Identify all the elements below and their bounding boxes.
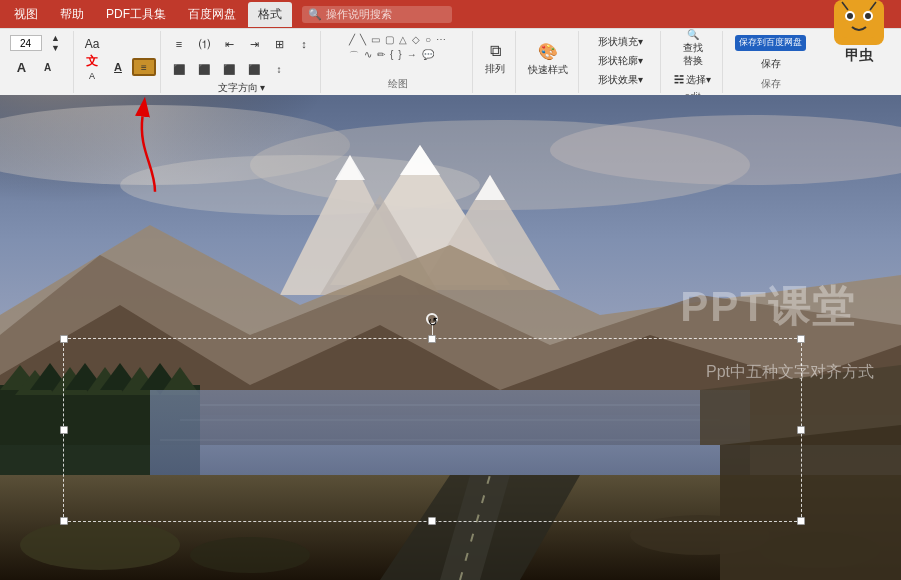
paragraph-align-btn[interactable]: ≡ <box>132 58 156 76</box>
font-decrease-btn[interactable]: ▼ <box>44 43 68 53</box>
svg-point-43 <box>190 537 310 573</box>
svg-rect-0 <box>839 8 879 38</box>
align-left-btn[interactable]: ⬛ <box>167 58 191 80</box>
align-right-btn[interactable]: ⬛ <box>217 58 241 80</box>
tab-format[interactable]: 格式 <box>248 2 292 27</box>
font-size-small-btn[interactable]: A <box>36 56 60 78</box>
watermark-text: PPT课堂 <box>680 279 856 335</box>
line-shape-btn[interactable]: ╱ <box>347 33 357 46</box>
more-shapes-btn[interactable]: ⋯ <box>434 33 448 46</box>
save-group-label: 保存 <box>761 75 781 91</box>
arrange-btn[interactable]: ⧉ 排列 <box>479 33 511 85</box>
oval-btn[interactable]: ○ <box>423 33 433 46</box>
align-center-btn[interactable]: ⬛ <box>192 58 216 80</box>
svg-point-4 <box>865 13 871 19</box>
shape-fill-btn[interactable]: 形状填充▾ <box>594 33 647 51</box>
triangle-btn[interactable]: △ <box>397 33 409 46</box>
tab-baidu[interactable]: 百度网盘 <box>178 2 246 27</box>
font-increase-btn[interactable]: ▲ <box>44 33 68 43</box>
shape-outline-btn[interactable]: 形状轮廓▾ <box>594 52 647 70</box>
rect-shape-btn[interactable]: ▭ <box>369 33 382 46</box>
align-justify-btn[interactable]: ⬛ <box>242 58 266 80</box>
font-format-btn[interactable]: Aa <box>80 33 104 55</box>
rounded-rect-btn[interactable]: ▢ <box>383 33 396 46</box>
logo-area: 甲虫 <box>819 2 899 62</box>
save-btn[interactable]: 保存 <box>757 55 785 73</box>
search-icon2: 🔍 <box>687 29 699 40</box>
find-btn[interactable]: 🔍 查找 <box>670 33 716 51</box>
decrease-indent-btn[interactable]: ⇤ <box>217 33 241 55</box>
increase-indent-btn[interactable]: ⇥ <box>242 33 266 55</box>
svg-marker-47 <box>720 425 901 580</box>
replace-btn[interactable]: 替换 <box>670 52 716 70</box>
bullet-list-btn[interactable]: ≡ <box>167 33 191 55</box>
group-shape-format: 形状填充▾ 形状轮廓▾ 形状效果▾ <box>581 31 661 93</box>
text-direction-btn[interactable]: ↕ <box>292 33 316 55</box>
shape-effects-btn[interactable]: 形状效果▾ <box>594 71 647 89</box>
diamond-btn[interactable]: ◇ <box>410 33 422 46</box>
group-font-style: Aa 文 A A ≡ <box>76 31 161 93</box>
svg-point-42 <box>20 520 180 570</box>
group-edit: 🔍 查找 替换 ☵ 选择▾ edit <box>663 31 723 93</box>
text-direction-dropdown[interactable]: 文字方向 ▾ <box>197 81 285 95</box>
tab-bar: 视图 帮助 PDF工具集 百度网盘 格式 🔍 <box>0 0 901 28</box>
group-save: 保存到百度网盘 保存 保存 <box>725 31 816 93</box>
search-icon: 🔍 <box>308 8 322 21</box>
group-quick-styles: 🎨 快速样式 <box>518 31 579 93</box>
line2-shape-btn[interactable]: ╲ <box>358 33 368 46</box>
column-btn[interactable]: ⊞ <box>267 33 291 55</box>
drawing-group-label: 绘图 <box>388 75 408 91</box>
line-spacing-btn[interactable]: ↕ <box>267 58 291 80</box>
slide-background: PPT课堂 Ppt中五种文字对齐方式 ↺ <box>0 95 901 580</box>
tab-help[interactable]: 帮助 <box>50 2 94 27</box>
quick-styles-btn[interactable]: 🎨 快速样式 <box>522 33 574 85</box>
group-shapes: ╱ ╲ ▭ ▢ △ ◇ ○ ⋯ ⌒ ∿ ✏ { } → 💬 <box>323 31 473 93</box>
search-box[interactable]: 🔍 <box>302 6 452 23</box>
group-paragraph: ≡ ⑴ ⇤ ⇥ ⊞ ↕ ⬛ ⬛ ⬛ ⬛ ↕ 文字方向 ▾ 对齐文本 ▾ <box>163 31 321 93</box>
font-size-input[interactable] <box>10 35 42 51</box>
arrow-btn[interactable]: → <box>405 48 419 64</box>
bracket-left-btn[interactable]: { <box>388 48 395 64</box>
logo-text: 甲虫 <box>845 47 873 65</box>
numbered-list-btn[interactable]: ⑴ <box>192 33 216 55</box>
app-container: 视图 帮助 PDF工具集 百度网盘 格式 🔍 <box>0 0 901 580</box>
group-arrange: ⧉ 排列 <box>475 31 516 93</box>
callout-btn[interactable]: 💬 <box>420 48 436 64</box>
logo-icon <box>834 0 884 45</box>
group-font-size: ▲ ▼ A A <box>4 31 74 93</box>
save-baidu-btn[interactable]: 保存到百度网盘 <box>735 35 806 51</box>
curve-btn[interactable]: ∿ <box>362 48 374 64</box>
tab-view[interactable]: 视图 <box>4 2 48 27</box>
ribbon: ▲ ▼ A A Aa 文 A <box>0 28 901 95</box>
font-size-big-btn[interactable]: A <box>10 56 34 78</box>
select-btn[interactable]: ☵ 选择▾ <box>670 71 716 89</box>
text-underline-btn[interactable]: A <box>106 56 130 78</box>
free-draw-btn[interactable]: ✏ <box>375 48 387 64</box>
tab-pdf[interactable]: PDF工具集 <box>96 2 176 27</box>
search-input[interactable] <box>326 8 446 20</box>
svg-point-3 <box>847 13 853 19</box>
bracket-right-btn[interactable]: } <box>396 48 403 64</box>
slide-area: PPT课堂 Ppt中五种文字对齐方式 ↺ <box>0 95 901 580</box>
font-color-btn[interactable]: 文 A <box>80 56 104 78</box>
subtitle-text: Ppt中五种文字对齐方式 <box>706 362 874 383</box>
mountain-svg <box>0 95 901 580</box>
arc-btn[interactable]: ⌒ <box>347 48 361 64</box>
